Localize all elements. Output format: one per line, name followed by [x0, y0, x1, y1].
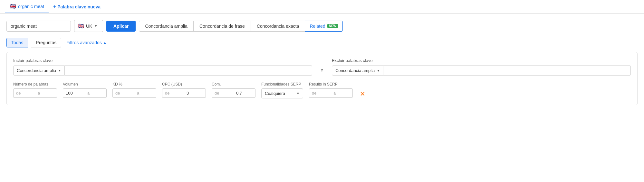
- add-keyword-tab[interactable]: + Palabra clave nueva: [49, 1, 105, 13]
- com-group: Com.: [212, 82, 255, 98]
- serp-chevron-icon: ▼: [296, 92, 300, 95]
- plus-icon: +: [53, 4, 56, 10]
- search-row: 🇬🇧 UK ▼ Aplicar Concordancia amplia Conc…: [6, 20, 638, 32]
- metrics-row: Número de palabras Volumen KD %: [13, 82, 631, 98]
- related-label: Related: [310, 24, 325, 29]
- match-type-buttons: Concordancia amplia Concordancia de fras…: [139, 21, 343, 32]
- kd-to-input[interactable]: [134, 88, 156, 98]
- num-palabras-to-input[interactable]: [35, 88, 57, 98]
- exclude-match-label: Concordancia amplia: [335, 68, 375, 73]
- include-keywords-input[interactable]: [65, 66, 312, 76]
- com-from-input[interactable]: [212, 88, 234, 98]
- add-tab-label: Palabra clave nueva: [57, 4, 101, 9]
- results-serp-label: Results in SERP: [309, 82, 353, 86]
- filter-tab-preguntas[interactable]: Preguntas: [31, 38, 61, 47]
- advanced-filters-toggle[interactable]: Filtros avanzados ▲: [66, 40, 107, 45]
- filter-tab-todas[interactable]: Todas: [6, 38, 28, 47]
- tab-organic-meat[interactable]: 🇬🇧 organic meat: [5, 0, 49, 13]
- num-palabras-from-input[interactable]: [13, 88, 35, 98]
- num-palabras-group: Número de palabras: [13, 82, 57, 98]
- include-match-select[interactable]: Concordancia amplia ▼: [13, 66, 65, 76]
- serp-label: Funcionalidades SERP: [261, 82, 303, 86]
- exact-match-button[interactable]: Concordancia exacta: [251, 21, 305, 32]
- cpc-group: CPC (USD): [162, 82, 206, 98]
- cpc-to-input[interactable]: [184, 88, 206, 98]
- results-serp-group: Results in SERP: [309, 82, 353, 98]
- exclude-keywords-input-row: Concordancia amplia ▼: [332, 66, 631, 76]
- cpc-from-input[interactable]: [162, 88, 184, 98]
- serp-select-label: Cualquiera: [265, 91, 285, 96]
- include-keywords-input-row: Concordancia amplia ▼: [13, 66, 312, 76]
- related-button[interactable]: Related NEW: [305, 21, 343, 32]
- com-label: Com.: [212, 82, 255, 86]
- kd-group: KD %: [112, 82, 156, 98]
- phrase-match-button[interactable]: Concordancia de frase: [193, 21, 251, 32]
- locale-selector[interactable]: 🇬🇧 UK ▼: [74, 20, 103, 32]
- volumen-group: Volumen: [63, 82, 107, 98]
- num-palabras-label: Número de palabras: [13, 82, 57, 86]
- broad-match-button[interactable]: Concordancia amplia: [139, 21, 194, 32]
- cpc-inputs: [162, 88, 206, 98]
- exclude-keywords-group: Excluir palabras clave Concordancia ampl…: [332, 58, 631, 76]
- com-inputs: [212, 88, 255, 98]
- exclude-keywords-label: Excluir palabras clave: [332, 58, 631, 63]
- new-badge: NEW: [327, 24, 338, 28]
- cpc-label: CPC (USD): [162, 82, 206, 86]
- advanced-filters-panel: Incluir palabras clave Concordancia ampl…: [6, 52, 638, 105]
- exclude-match-chevron-icon: ▼: [377, 69, 380, 72]
- include-match-label: Concordancia amplia: [17, 68, 56, 73]
- serp-select[interactable]: Cualquiera ▼: [261, 88, 303, 98]
- serp-group: Funcionalidades SERP Cualquiera ▼: [261, 82, 303, 98]
- tab-label: organic meat: [18, 4, 44, 9]
- tab-bar: 🇬🇧 organic meat + Palabra clave nueva: [0, 0, 644, 14]
- kd-from-input[interactable]: [112, 88, 134, 98]
- include-keywords-label: Incluir palabras clave: [13, 58, 312, 63]
- exclude-keywords-input[interactable]: [383, 66, 631, 76]
- locale-flag-icon: 🇬🇧: [78, 23, 84, 29]
- keywords-row: Incluir palabras clave Concordancia ampl…: [13, 58, 631, 76]
- remove-filter-button[interactable]: ✕: [359, 90, 367, 98]
- advanced-filters-label: Filtros avanzados: [66, 40, 102, 45]
- results-serp-to-input[interactable]: [331, 88, 353, 98]
- chevron-down-icon: ▼: [94, 24, 97, 28]
- tab-flag-icon: 🇬🇧: [10, 3, 16, 9]
- kd-label: KD %: [112, 82, 156, 86]
- volumen-inputs: [63, 88, 107, 98]
- include-match-chevron-icon: ▼: [58, 69, 61, 72]
- num-palabras-inputs: [13, 88, 57, 98]
- apply-button[interactable]: Aplicar: [106, 21, 136, 32]
- include-keywords-group: Incluir palabras clave Concordancia ampl…: [13, 58, 312, 76]
- volumen-label: Volumen: [63, 82, 107, 86]
- com-to-input[interactable]: [234, 88, 255, 98]
- chevron-up-icon: ▲: [103, 41, 107, 45]
- exclude-match-select[interactable]: Concordancia amplia ▼: [332, 66, 383, 76]
- main-content: 🇬🇧 UK ▼ Aplicar Concordancia amplia Conc…: [0, 14, 644, 108]
- kd-inputs: [112, 88, 156, 98]
- y-label: Y: [317, 68, 327, 76]
- results-serp-inputs: [309, 88, 353, 98]
- locale-label: UK: [86, 24, 92, 29]
- volumen-to-input[interactable]: [85, 88, 107, 98]
- filter-tabs-row: Todas Preguntas Filtros avanzados ▲: [6, 38, 638, 47]
- keyword-search-input[interactable]: [6, 21, 71, 32]
- results-serp-from-input[interactable]: [309, 88, 331, 98]
- volumen-from-input[interactable]: [63, 88, 85, 98]
